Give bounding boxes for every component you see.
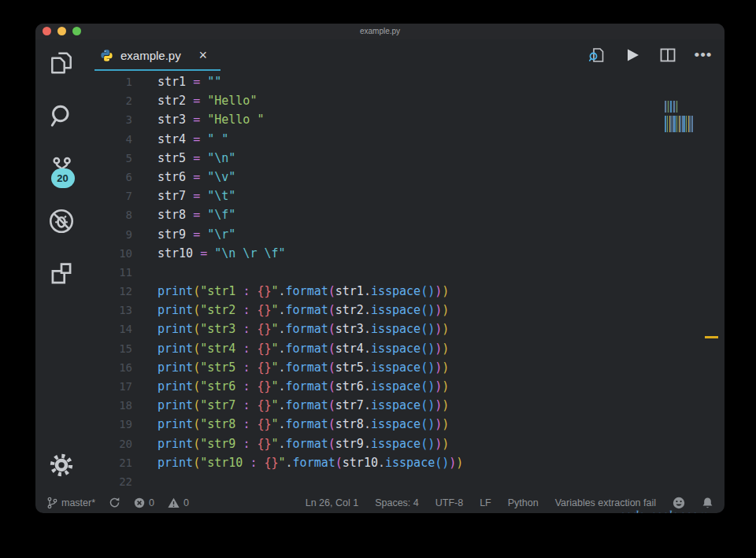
code-line[interactable]: 17print("str6 : {}".format(str6.isspace(… [87, 377, 724, 396]
python-icon [100, 49, 113, 62]
line-number: 18 [87, 396, 132, 415]
warnings-status[interactable]: 0 [168, 497, 189, 508]
code-line[interactable]: 13print("str2 : {}".format(str2.isspace(… [87, 301, 724, 320]
line-number: 9 [87, 225, 132, 244]
tab-example-py[interactable]: example.py × [91, 39, 217, 71]
warnings-count: 0 [183, 497, 189, 508]
traffic-light[interactable] [43, 27, 51, 35]
code-text: print("str1 : {}".format(str1.isspace())… [132, 282, 449, 301]
code-lines: 1str1 = ""2str2 = "Hello"3str3 = "Hello … [87, 71, 724, 491]
code-line[interactable]: 21print("str10 : {}".format(str10.isspac… [87, 453, 724, 472]
code-line[interactable]: 5str5 = "\n" [87, 149, 724, 168]
line-number: 13 [87, 301, 132, 320]
code-line[interactable]: 8str8 = "\f" [87, 205, 724, 224]
vscode-window: example.py [35, 24, 724, 513]
code-line[interactable]: 20print("str9 : {}".format(str9.isspace(… [87, 434, 724, 453]
code-text [132, 472, 158, 491]
status-item[interactable]: LF [480, 497, 491, 508]
branch-status[interactable]: master* [46, 497, 95, 509]
settings-gear-icon[interactable] [46, 449, 77, 481]
more-actions-icon[interactable]: ••• [695, 46, 712, 64]
code-line[interactable]: 12print("str1 : {}".format(str1.isspace(… [87, 282, 724, 301]
line-number: 11 [87, 263, 132, 282]
debug-disabled-icon[interactable] [46, 205, 77, 237]
code-line[interactable]: 7str7 = "\t" [87, 187, 724, 205]
code-line[interactable]: 2str2 = "Hello" [87, 91, 724, 110]
line-number: 2 [87, 91, 132, 110]
code-text: print("str7 : {}".format(str7.isspace())… [132, 396, 449, 415]
explorer-icon[interactable] [46, 47, 77, 79]
search-icon[interactable] [46, 100, 77, 131]
line-number: 17 [87, 377, 132, 396]
tab-label: example.py [120, 49, 181, 62]
code-text: print("str6 : {}".format(str6.isspace())… [132, 377, 449, 396]
code-text: print("str4 : {}".format(str4.isspace())… [132, 339, 449, 358]
line-number: 20 [87, 434, 132, 453]
errors-count: 0 [149, 497, 154, 508]
minimap-block-bottom [665, 116, 693, 132]
sync-icon [109, 497, 120, 508]
sync-status[interactable] [109, 497, 120, 508]
line-number: 21 [87, 453, 132, 472]
source-control-icon[interactable]: 20 [46, 153, 77, 184]
line-number: 5 [87, 149, 132, 168]
window-title: example.py [35, 24, 724, 39]
code-line[interactable]: 19print("str8 : {}".format(str8.isspace(… [87, 415, 724, 434]
scm-badge: 20 [51, 168, 75, 188]
status-item[interactable]: Spaces: 4 [375, 497, 419, 508]
error-icon [134, 497, 145, 508]
traffic-light[interactable] [72, 27, 81, 35]
line-number: 19 [87, 415, 132, 434]
code-text: print("str10 : {}".format(str10.isspace(… [132, 453, 463, 472]
code-line[interactable]: 18print("str7 : {}".format(str7.isspace(… [87, 396, 724, 415]
code-line[interactable]: 9str9 = "\r" [87, 225, 724, 244]
code-line[interactable]: 1str1 = "" [87, 72, 724, 91]
editor-toolbar: ••• [588, 46, 724, 64]
line-number: 8 [87, 205, 132, 224]
code-text: str7 = "\t" [132, 187, 235, 205]
code-line[interactable]: 6str6 = "\v" [87, 168, 724, 187]
code-text [132, 263, 158, 282]
code-text: str6 = "\v" [132, 168, 235, 187]
line-number: 14 [87, 320, 132, 338]
code-text: str8 = "\f" [132, 205, 235, 224]
status-item[interactable]: Ln 26, Col 1 [306, 497, 358, 508]
code-line[interactable]: 16print("str5 : {}".format(str5.isspace(… [87, 358, 724, 377]
warning-icon [168, 497, 180, 508]
status-item[interactable]: UTF-8 [435, 497, 463, 508]
branch-label: master* [61, 497, 95, 508]
code-text: str3 = "Hello " [132, 110, 264, 129]
line-number: 3 [87, 110, 132, 129]
status-item[interactable]: Python [508, 497, 539, 508]
split-editor-icon[interactable] [659, 46, 676, 64]
traffic-light[interactable] [57, 27, 66, 35]
line-number: 10 [87, 244, 132, 263]
code-text: str1 = "" [132, 72, 221, 91]
run-icon[interactable] [624, 46, 641, 64]
tab-close-icon[interactable]: × [198, 48, 207, 62]
tab-bar: example.py × [87, 39, 724, 71]
search-editor-icon[interactable] [588, 46, 606, 64]
code-text: str5 = "\n" [132, 149, 235, 168]
code-line[interactable]: 22 [87, 472, 724, 491]
code-text: print("str2 : {}".format(str2.isspace())… [132, 301, 449, 320]
editor-content: 1str1 = ""2str2 = "Hello"3str3 = "Hello … [87, 71, 724, 492]
code-line[interactable]: 10str10 = "\n \r \f" [87, 244, 724, 263]
errors-status[interactable]: 0 [134, 497, 154, 508]
code-line[interactable]: 11 [87, 263, 724, 282]
line-number: 15 [87, 339, 132, 358]
editor-watermark: codevscolor.com [618, 505, 707, 513]
extensions-icon[interactable] [46, 258, 77, 290]
line-number: 1 [87, 72, 132, 91]
code-line[interactable]: 15print("str4 : {}".format(str4.isspace(… [87, 339, 724, 358]
code-line[interactable]: 4str4 = " " [87, 130, 724, 149]
code-line[interactable]: 3str3 = "Hello " [87, 110, 724, 129]
code-text: print("str8 : {}".format(str8.isspace())… [132, 415, 449, 434]
code-text: str9 = "\r" [132, 225, 235, 244]
line-number: 22 [87, 472, 132, 491]
code-text: print("str9 : {}".format(str9.isspace())… [132, 434, 449, 453]
code-line[interactable]: 14print("str3 : {}".format(str3.isspace(… [87, 320, 724, 338]
minimap[interactable] [665, 101, 696, 132]
git-branch-icon [46, 497, 57, 509]
line-number: 6 [87, 168, 132, 187]
